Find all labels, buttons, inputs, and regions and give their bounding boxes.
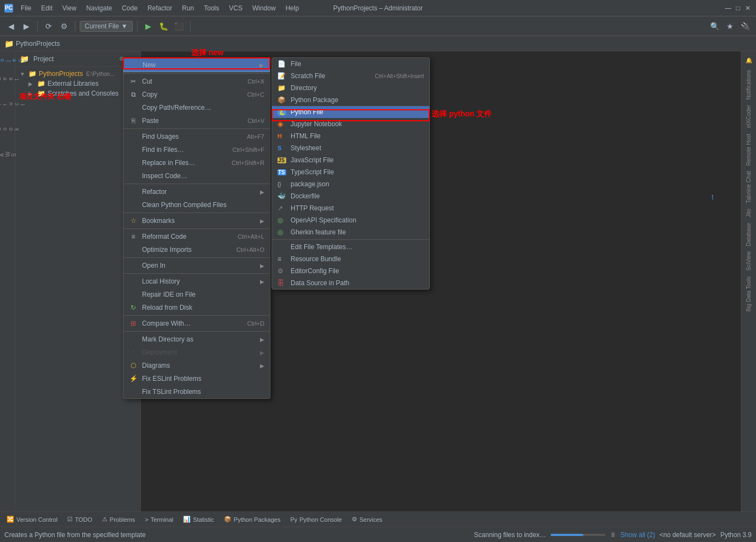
sub-menu-item-javascript[interactable]: JS JavaScript File [272,154,429,166]
menu-help[interactable]: Help [281,3,304,13]
tab-todo[interactable]: ☑ TODO [63,515,97,524]
toolbar-settings[interactable]: ⚙ [57,20,70,33]
menu-item-new[interactable]: New ▶ [123,58,270,72]
toolbar-sync[interactable]: ⟳ [42,20,55,33]
toolbar-forward[interactable]: ▶ [20,20,33,33]
minimize-button[interactable]: — [724,4,732,12]
menu-item-compare-with[interactable]: ⊞ Compare With… Ctrl+D [123,317,270,330]
menu-run[interactable]: Run [178,3,198,13]
sub-menu-item-python-package[interactable]: 📦 Python Package [272,94,429,106]
stop-button[interactable]: ⬛ [173,20,186,33]
close-button[interactable]: ✕ [744,4,752,12]
menu-item-replace-files[interactable]: Replace in Files… Ctrl+Shift+R [123,156,270,169]
menu-item-bookmarks[interactable]: ☆ Bookmarks ▶ [123,214,270,227]
sub-menu-item-packagejson[interactable]: {} package.json [272,178,429,190]
current-file-dropdown[interactable]: Current File ▼ [80,21,133,32]
tab-version-control[interactable]: 🔀 Version Control [2,515,62,524]
menu-item-paste[interactable]: ⎘ Paste Ctrl+V [123,114,270,127]
menu-window[interactable]: Window [248,3,280,13]
right-label-sciview[interactable]: SciView [745,249,753,273]
run-button[interactable]: ▶ [142,20,155,33]
tab-python-console[interactable]: Py Python Console [286,515,346,524]
sub-openapi-label: OpenAPI Specification [291,216,424,224]
sub-menu-item-directory[interactable]: 📁 Directory [272,82,429,94]
right-notifications-btn[interactable]: 🔔 [742,54,755,67]
sub-menu-item-python-file[interactable]: 🐍 Python File [272,106,429,118]
menu-vcs[interactable]: VCS [225,3,247,13]
sub-menu-item-openapi[interactable]: ◎ OpenAPI Specification [272,214,429,226]
statusbar-pause-icon[interactable]: ⏸ [610,531,616,539]
menu-tools[interactable]: Tools [199,3,223,13]
maximize-button[interactable]: □ [734,4,742,12]
menu-file[interactable]: File [16,3,36,13]
right-label-tabnine[interactable]: Tabnine Chat [745,169,753,205]
menu-edit[interactable]: Edit [37,3,57,13]
sidebar-bookmarks-btn[interactable]: Book [1,122,14,136]
statusbar-show-all[interactable]: Show all (2) [621,531,655,539]
menu-code[interactable]: Code [117,3,142,13]
menu-item-mark-directory[interactable]: Mark Directory as ▶ [123,333,270,346]
sub-menu-item-resource-bundle[interactable]: ≡ Resource Bundle [272,253,429,265]
sub-menu-item-file[interactable]: 📄 File [272,58,429,70]
bookmark-button[interactable]: ★ [723,20,736,33]
right-label-database[interactable]: Database [745,221,753,249]
right-label-bigdata[interactable]: Big Data Tools [745,274,753,314]
sub-menu-item-typescript[interactable]: TS TypeScript File [272,166,429,178]
menu-item-repair-ide[interactable]: Repair IDE on File [123,288,270,301]
sub-menu-item-dockerfile[interactable]: 🐳 Dockerfile [272,190,429,202]
tab-services[interactable]: ⚙ Services [347,515,387,524]
menu-item-diagrams[interactable]: ⬡ Diagrams ▶ [123,359,270,372]
menu-item-open-in[interactable]: Open In ▶ [123,259,270,272]
menu-refactor[interactable]: Refactor [143,3,176,13]
sidebar-project-btn[interactable]: Project [1,54,14,67]
sub-menu-item-http[interactable]: ↗ HTTP Request [272,202,429,214]
sub-html-icon: H [277,133,286,139]
menu-item-clean-compiled[interactable]: Clean Python Compiled Files [123,198,270,211]
sidebar-leetcode-btn[interactable]: Leet [1,72,14,85]
menu-item-deployment: ↑ Deployment ▶ [123,346,270,359]
sub-menu-item-html[interactable]: H HTML File [272,130,429,142]
menu-item-find-files[interactable]: Find in Files… Ctrl+Shift+F [123,143,270,156]
tree-item-external[interactable]: ▶ 📁 External Libraries [15,79,140,89]
sub-menu-item-scratch[interactable]: 📝 Scratch File Ctrl+Alt+Shift+Insert [272,70,429,82]
menu-item-refactor[interactable]: Refactor ▶ [123,185,270,198]
tab-problems[interactable]: ⚠ Problems [98,515,139,524]
right-label-notifications[interactable]: Notifications [745,68,753,102]
right-label-remote[interactable]: Remote Host [745,132,753,168]
menu-item-copy-path[interactable]: Copy Path/Reference… [123,101,270,114]
sub-menu-item-editorconfig[interactable]: ⚙ EditorConfig File [272,265,429,277]
sub-pythonfile-icon: 🐍 [277,109,286,115]
menu-item-inspect-code[interactable]: Inspect Code… [123,169,270,182]
tab-python-packages[interactable]: 📦 Python Packages [220,515,285,524]
sub-menu-item-gherkin[interactable]: ◎ Gherkin feature file [272,226,429,238]
tab-terminal[interactable]: > Terminal [140,515,178,524]
right-label-eixcoder[interactable]: eIXCoder [745,103,753,130]
menu-item-reformat-code[interactable]: ≡ Reformat Code Ctrl+Alt+L [123,230,270,243]
menu-item-fix-eslint[interactable]: ⚡ Fix ESLint Problems [123,372,270,385]
menu-item-reload-disk[interactable]: ↻ Reload from Disk [123,301,270,314]
sidebar-structure-btn[interactable]: Struct [1,97,14,110]
sub-menu-item-datasource[interactable]: 🗄 Data Source in Path [272,277,429,289]
plugin-button[interactable]: 🔌 [739,20,752,33]
menu-item-fix-tslint[interactable]: Fix TSLint Problems [123,385,270,398]
tree-label-root: PythonProjects [39,70,83,78]
right-label-jito[interactable]: Jito [745,207,753,220]
menu-item-optimize-imports[interactable]: Optimize Imports Ctrl+Alt+O [123,243,270,256]
tree-item-root[interactable]: ▼ 📁 PythonProjects E:\Python... [15,69,140,79]
menu-item-local-history[interactable]: Local History ▶ [123,275,270,288]
sub-menu-item-edit-templates[interactable]: Edit File Templates… [272,241,429,253]
tree-item-scratches[interactable]: ▶ 📁 Scratches and Consoles [15,89,140,98]
sub-menu-item-jupyter[interactable]: ◉ Jupyter Notebook [272,118,429,130]
menu-item-find-usages[interactable]: Find Usages Alt+F7 [123,130,270,143]
tab-statistic[interactable]: 📊 Statistic [179,515,218,524]
menu-navigate[interactable]: Navigate [82,3,116,13]
menu-item-copy[interactable]: ⧉ Copy Ctrl+C [123,88,270,101]
sub-menu-item-stylesheet[interactable]: S Stylesheet [272,142,429,154]
menu-item-cut[interactable]: ✂ Cut Ctrl+X [123,75,270,88]
toolbar-back[interactable]: ◀ [4,20,17,33]
sidebar-aws-btn[interactable]: AWS [1,148,14,161]
debug-button[interactable]: 🐛 [157,20,170,33]
statusbar-python-version[interactable]: Python 3.9 [720,531,752,539]
menu-view[interactable]: View [58,3,81,13]
search-button[interactable]: 🔍 [708,20,721,33]
